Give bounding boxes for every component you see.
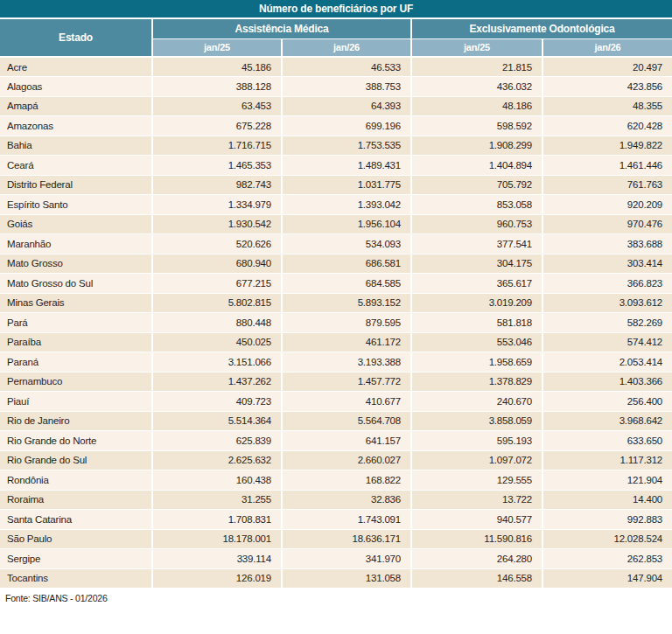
- value-cell: 304.175: [411, 254, 542, 274]
- value-cell: 641.157: [282, 431, 411, 451]
- table-row: Acre45.18646.53321.81520.497: [0, 57, 672, 77]
- table-row: Amapá63.45364.39348.18648.355: [0, 96, 672, 116]
- value-cell: 1.489.431: [282, 156, 411, 176]
- value-cell: 146.558: [411, 568, 542, 589]
- subcol-dental-jan26: jan/26: [542, 38, 672, 57]
- state-cell: Pernambuco: [0, 372, 152, 392]
- value-cell: 21.815: [411, 57, 542, 77]
- state-cell: Minas Gerais: [0, 293, 152, 313]
- value-cell: 1.708.831: [152, 510, 282, 530]
- state-cell: Alagoas: [0, 77, 152, 97]
- value-cell: 581.818: [411, 313, 542, 333]
- state-cell: Piauí: [0, 392, 152, 412]
- value-cell: 686.581: [282, 254, 411, 274]
- table-row: Rio Grande do Norte625.839641.157595.193…: [0, 431, 672, 451]
- value-cell: 675.228: [152, 116, 282, 136]
- value-cell: 256.400: [542, 392, 672, 412]
- value-cell: 48.186: [411, 96, 542, 116]
- table-row: Distrito Federal982.7431.031.775705.7927…: [0, 175, 672, 195]
- title-row: Número de beneficiários por UF: [0, 0, 672, 18]
- value-cell: 992.883: [542, 510, 672, 530]
- value-cell: 388.753: [282, 77, 411, 97]
- table-body: Acre45.18646.53321.81520.497Alagoas388.1…: [0, 57, 672, 589]
- state-cell: São Paulo: [0, 529, 152, 549]
- value-cell: 388.128: [152, 77, 282, 97]
- table-row: Piauí409.723410.677240.670256.400: [0, 392, 672, 412]
- table-row: São Paulo18.178.00118.636.17111.590.8161…: [0, 529, 672, 549]
- value-cell: 2.660.027: [282, 450, 411, 470]
- value-cell: 129.555: [411, 470, 542, 491]
- value-cell: 553.046: [411, 332, 542, 352]
- source-note: Fonte: SIB/ANS - 01/2026: [5, 593, 672, 603]
- value-cell: 339.114: [152, 549, 282, 569]
- group-header-dental: Exclusivamente Odontológica: [411, 18, 672, 38]
- value-cell: 18.636.171: [282, 529, 411, 549]
- state-cell: Distrito Federal: [0, 175, 152, 195]
- value-cell: 436.032: [411, 77, 542, 97]
- state-cell: Rio Grande do Norte: [0, 431, 152, 451]
- value-cell: 240.670: [411, 392, 542, 412]
- value-cell: 3.019.209: [411, 293, 542, 313]
- value-cell: 3.193.388: [282, 352, 411, 373]
- value-cell: 365.617: [411, 274, 542, 294]
- value-cell: 1.097.072: [411, 450, 542, 470]
- value-cell: 18.178.001: [152, 529, 282, 549]
- value-cell: 970.476: [542, 214, 672, 234]
- table-row: Roraima31.25532.83613.72214.400: [0, 490, 672, 510]
- state-cell: Goiás: [0, 214, 152, 234]
- table-row: Mato Grosso680.940686.581304.175303.414: [0, 254, 672, 274]
- table-row: Mato Grosso do Sul677.215684.585365.6173…: [0, 274, 672, 294]
- value-cell: 705.792: [411, 175, 542, 195]
- group-header-medical: Assistência Médica: [152, 18, 411, 38]
- state-column-header: Estado: [0, 18, 152, 57]
- state-cell: Rio Grande do Sul: [0, 450, 152, 470]
- value-cell: 1.393.042: [282, 195, 411, 215]
- value-cell: 598.592: [411, 116, 542, 136]
- value-cell: 520.626: [152, 234, 282, 254]
- subcol-dental-jan25: jan/25: [411, 38, 542, 57]
- value-cell: 423.856: [542, 77, 672, 97]
- state-cell: Rio de Janeiro: [0, 411, 152, 431]
- subcol-medical-jan26: jan/26: [282, 38, 411, 57]
- state-cell: Tocantins: [0, 568, 152, 589]
- value-cell: 3.858.059: [411, 411, 542, 431]
- state-cell: Amapá: [0, 96, 152, 116]
- table-header: Número de beneficiários por UF Estado As…: [0, 0, 672, 57]
- value-cell: 1.334.979: [152, 195, 282, 215]
- value-cell: 126.019: [152, 568, 282, 589]
- value-cell: 534.093: [282, 234, 411, 254]
- state-cell: Roraima: [0, 490, 152, 510]
- value-cell: 982.743: [152, 175, 282, 195]
- state-cell: Sergipe: [0, 549, 152, 569]
- value-cell: 1.743.091: [282, 510, 411, 530]
- value-cell: 31.255: [152, 490, 282, 510]
- value-cell: 46.533: [282, 57, 411, 77]
- value-cell: 168.822: [282, 470, 411, 491]
- value-cell: 20.497: [542, 57, 672, 77]
- value-cell: 3.151.066: [152, 352, 282, 373]
- value-cell: 48.355: [542, 96, 672, 116]
- table-row: Goiás1.930.5421.956.104960.753970.476: [0, 214, 672, 234]
- value-cell: 14.400: [542, 490, 672, 510]
- value-cell: 5.802.815: [152, 293, 282, 313]
- value-cell: 1.908.299: [411, 136, 542, 156]
- table-row: Minas Gerais5.802.8155.893.1523.019.2093…: [0, 293, 672, 313]
- value-cell: 1.958.659: [411, 352, 542, 373]
- table-row: Rio Grande do Sul2.625.6322.660.0271.097…: [0, 450, 672, 470]
- state-cell: Espírito Santo: [0, 195, 152, 215]
- value-cell: 677.215: [152, 274, 282, 294]
- value-cell: 1.949.822: [542, 136, 672, 156]
- value-cell: 262.853: [542, 549, 672, 569]
- value-cell: 3.093.612: [542, 293, 672, 313]
- table-row: Ceará1.465.3531.489.4311.404.8941.461.44…: [0, 156, 672, 176]
- value-cell: 960.753: [411, 214, 542, 234]
- value-cell: 2.625.632: [152, 450, 282, 470]
- group-header-row: Estado Assistência Médica Exclusivamente…: [0, 18, 672, 38]
- table-title: Número de beneficiários por UF: [0, 0, 672, 18]
- value-cell: 625.839: [152, 431, 282, 451]
- state-cell: Amazonas: [0, 116, 152, 136]
- value-cell: 11.590.816: [411, 529, 542, 549]
- table-row: Rio de Janeiro5.514.3645.564.7083.858.05…: [0, 411, 672, 431]
- value-cell: 620.428: [542, 116, 672, 136]
- value-cell: 633.650: [542, 431, 672, 451]
